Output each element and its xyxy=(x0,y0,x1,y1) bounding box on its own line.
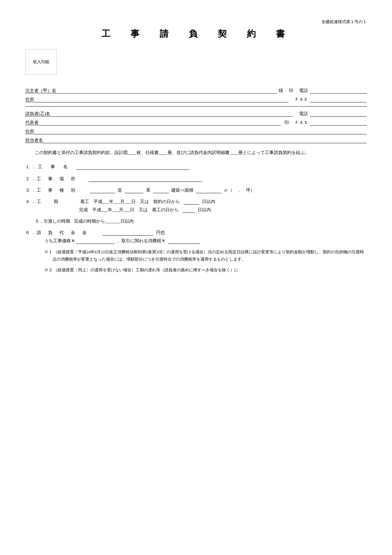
item6-sub-line2 xyxy=(168,238,200,244)
item1-line xyxy=(76,163,190,170)
stamp-box: 収入印紙 xyxy=(25,49,57,75)
item6-suffix: 円也 xyxy=(154,230,165,236)
orderer-address-row: 住所 ＦＡＸ xyxy=(25,96,367,102)
item6-line xyxy=(102,230,153,236)
orderer-name-row: 注文者（甲）名 様 印 電話 xyxy=(25,87,367,94)
note2-content: （経過措置〔同上〕の適用を受けない場合）工期の遅れ等（請負者の責めに帰すべき場合… xyxy=(53,268,238,272)
item2-line xyxy=(89,176,202,182)
main-title: 工 事 請 負 契 約 書 xyxy=(25,28,367,40)
note2-prefix: ※２ xyxy=(44,268,52,272)
contractor-tel-label: 電話 xyxy=(293,111,310,117)
contractor-address-label: 住所 xyxy=(25,129,34,134)
item4-line2 xyxy=(182,207,195,213)
items-section: １．工 事 名 ２．工 事 場 所 ３．工 事 種 別 造 葺 建延べ面積 ㎡（… xyxy=(25,163,367,274)
orderer-address-label: 住所 xyxy=(25,97,34,102)
form-number: 全建総連様式第１号の１ xyxy=(25,19,367,25)
contractor-fax-label: ＦＡＸ xyxy=(293,120,310,126)
item5-text: 完成の時期から_______日以内 xyxy=(74,219,134,224)
contract-text: この契約書と添付の工事請負契約約款、設計図____枚、仕様書____冊、並びに請… xyxy=(35,148,367,157)
item4-row1: ４．工 期 着工 平成___年___月___日 又は 契約の日から 日以内 xyxy=(25,199,367,205)
contractor-rep-row: 代表者 印 ＦＡＸ xyxy=(25,119,367,126)
note2-block: ※２ （経過措置〔同上〕の適用を受けない場合）工期の遅れ等（請負者の責めに帰すべ… xyxy=(44,266,367,274)
contractor-contact-label: 担当者名 xyxy=(25,138,43,143)
page-wrapper: 全建総連様式第１号の１ 工 事 請 負 契 約 書 収入印紙 注文者（甲）名 様… xyxy=(25,19,367,274)
item4-end1: 日以内 xyxy=(201,199,215,205)
contractor-stamp-label: 印 xyxy=(281,120,293,126)
item1-row: １．工 事 名 xyxy=(25,163,367,170)
orderer-fax-label: ＦＡＸ xyxy=(288,97,310,102)
item6-sub-line1 xyxy=(77,238,114,244)
orderer-fax-line xyxy=(310,96,367,102)
item4-start: 着工 平成___年___月___日 又は 契約の日から xyxy=(77,199,182,205)
item3-zou: 造 xyxy=(116,188,123,193)
contractor-address-row: 住所 xyxy=(25,128,367,134)
item3-area: 建延べ面積 xyxy=(170,188,195,193)
item6-row: ６．請 負 代 金 金 円也 xyxy=(25,230,367,236)
item3-line1 xyxy=(90,188,115,193)
item5-number: ５．引渡しの時期 xyxy=(35,219,73,224)
orderer-address-line xyxy=(34,96,288,102)
orderer-tel-line xyxy=(310,87,367,94)
contractor-name-label: 請負者(乙)名 xyxy=(25,111,50,117)
item6-sub-row: うち工事価格￥ 、取引に関わる消費税￥ xyxy=(44,238,367,244)
item3-unit: ㎡（ ． 坪） xyxy=(223,188,256,193)
contractor-name-row: 請負者(乙)名 電話 xyxy=(25,110,367,117)
stamp-section: 収入印紙 xyxy=(25,49,367,81)
item3-line2 xyxy=(125,188,144,193)
item6-sub-label: うち工事価格￥ xyxy=(44,238,75,244)
item6-sub-tax: 、取引に関わる消費税￥ xyxy=(116,238,167,244)
contractor-contact-row: 担当者名 xyxy=(25,137,367,143)
contractor-contact-line xyxy=(43,137,367,143)
contractor-rep-line xyxy=(39,119,281,126)
orderer-name-suffix: 様 xyxy=(277,88,285,94)
stamp-label: 収入印紙 xyxy=(33,59,49,65)
item3-row: ３．工 事 種 別 造 葺 建延べ面積 ㎡（ ． 坪） xyxy=(25,188,367,193)
contractor-address-line xyxy=(34,128,367,134)
orderer-name-label: 注文者（甲）名 xyxy=(25,88,56,94)
section-divider-1 xyxy=(25,106,367,107)
item2-number: ２．工 事 場 所 xyxy=(25,176,89,182)
item3-kaya: 葺 xyxy=(145,188,152,193)
item1-number: １．工 事 名 xyxy=(25,164,76,170)
item4-row2: 完成 平成___年___月___日 又は 着工の日から 日以内 xyxy=(79,207,367,213)
contractor-rep-label: 代表者 xyxy=(25,120,39,126)
item4-line1 xyxy=(184,199,199,205)
item3-line3 xyxy=(153,188,169,193)
note1-prefix: ※１ xyxy=(44,250,52,254)
contractor-fax-line xyxy=(310,119,367,126)
item5-row: ５．引渡しの時期 完成の時期から_______日以内 xyxy=(35,219,367,224)
contractor-tel-line xyxy=(310,110,367,117)
orderer-tel-label: 電話 xyxy=(297,88,310,94)
contract-text-content: この契約書と添付の工事請負契約約款、設計図____枚、仕様書____冊、並びに請… xyxy=(35,150,309,155)
item2-row: ２．工 事 場 所 xyxy=(25,176,367,182)
orderer-name-line xyxy=(56,87,277,94)
note1-content: （経過措置〔平成24年8月22日改正消費税法附則第5条第3項〕の適用を受ける場合… xyxy=(52,250,364,262)
item3-line4 xyxy=(196,188,221,193)
orderer-section: 注文者（甲）名 様 印 電話 住所 ＦＡＸ xyxy=(25,87,367,102)
note2-text: ※２ （経過措置〔同上〕の適用を受けない場合）工期の遅れ等（請負者の責めに帰すべ… xyxy=(44,266,367,274)
item3-number: ３．工 事 種 別 xyxy=(25,188,89,193)
note1-block: ※１ （経過措置〔平成24年8月22日改正消費税法附則第5条第3項〕の適用を受け… xyxy=(44,248,367,263)
contractor-section: 請負者(乙)名 電話 代表者 印 ＦＡＸ 住所 担当者名 xyxy=(25,110,367,143)
orderer-stamp-label: 印 xyxy=(285,88,297,94)
item4-number: ４．工 期 xyxy=(25,199,76,205)
item4-complete: 完成 平成___年___月___日 又は 着工の日から xyxy=(79,207,181,213)
note1-text: ※１ （経過措置〔平成24年8月22日改正消費税法附則第5条第3項〕の適用を受け… xyxy=(44,248,367,263)
contractor-name-line xyxy=(50,110,293,117)
item6-number: ６．請 負 代 金 金 xyxy=(25,230,101,236)
item4-end2: 日以内 xyxy=(196,207,211,213)
